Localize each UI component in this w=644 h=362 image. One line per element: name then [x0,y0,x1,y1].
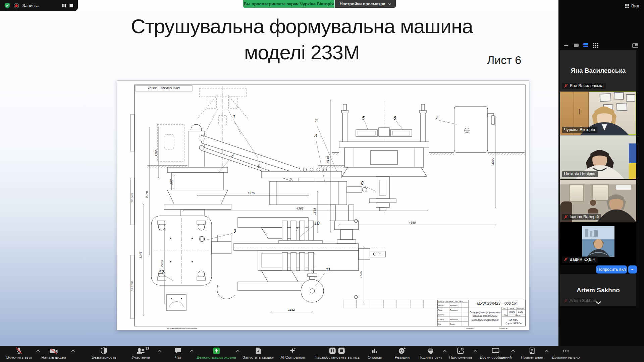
svg-text:Масштаб: Масштаб [517,307,524,309]
gallery-view-icon[interactable] [583,43,589,48]
svg-text:1568: 1568 [313,208,316,215]
svg-text:Лист: Лист [504,314,508,316]
record-icon [14,3,19,8]
svg-text:5: 5 [362,115,365,121]
toolbar-participants[interactable]: 13 Участники [132,347,150,359]
view-layout-button[interactable]: Вид [625,2,639,10]
svg-text:Изм Лист № докум. Подп. Да: Изм Лист № докум. Подп. Дата [438,300,463,302]
toolbar-unmute[interactable]: Включить звук [6,347,32,359]
window [569,184,584,202]
toolbar-raise-hand[interactable]: Поднять руку [418,347,442,359]
participant-tile-kudin[interactable]: Вадим КУДІН [560,223,636,265]
svg-text:3145: 3145 [139,251,142,259]
svg-text:1182: 1182 [288,308,295,311]
small-control-box [167,295,186,311]
svg-text:Маса: Маса [510,307,514,309]
chevron-up-icon[interactable] [443,350,446,352]
participant-tile-churkina[interactable]: Чуркіна Вікторія [560,92,636,135]
scroll-participants-down[interactable] [594,300,603,305]
chevron-up-icon[interactable] [71,350,75,352]
toolbar-reactions[interactable]: Реакции [395,347,410,359]
toolbar-share-screen[interactable]: Демонстрация экрана [197,347,236,359]
chevron-up-icon[interactable] [158,350,161,352]
side-stamp-label: Подп. и дата [131,193,133,203]
participant-tile-yana[interactable]: Яна Василевська Яна Василевська [560,50,636,91]
minimize-panel-icon[interactable] [564,43,569,48]
svg-text:Н.контр.: Н.контр. [438,318,444,320]
chevron-up-icon[interactable] [511,350,515,352]
chevron-down-icon [388,3,391,5]
chevron-up-icon[interactable] [545,350,548,352]
toolbar-ai-companion[interactable]: AI Companion [281,347,305,359]
svg-text:4: 4 [231,154,234,159]
svg-text:Формат А1: Формат А1 [499,327,508,329]
meeting-toolbar: Включить звук Начать видео Безопасность [0,346,644,362]
ask-to-unmute-button[interactable]: Попросить вкл [596,265,627,274]
whiteboard-icon [492,348,500,354]
chevron-down-icon [595,301,601,304]
zoom-app-window: Струшувальна формувальна машина моделі 2… [0,0,644,362]
reactions-smiley-icon [398,347,406,354]
stamp-scale: 1:20 [518,310,523,313]
participant-label: Яна Василевська [562,83,606,89]
participant-tile-tsyvirko[interactable]: Наталія Цивірко [560,135,636,179]
chevron-up-icon[interactable] [190,350,194,352]
toolbar-pause-stop-recording[interactable]: Пауза/остановить запись [315,347,360,359]
svg-text:Разраб.: Разраб. [438,304,444,306]
svg-text:1915: 1915 [248,191,255,195]
participant-label: Вадим КУДІН [562,256,598,263]
wall-frame [599,93,611,102]
svg-text:4145: 4145 [326,156,329,163]
svg-text:4680: 4680 [409,221,416,224]
avatar [582,226,614,257]
toolbar-polls[interactable]: Опросы [368,347,382,359]
svg-text:2270: 2270 [145,191,149,199]
speaker-view-icon[interactable] [573,43,579,48]
toolbar-more[interactable]: Дополнительно [552,347,580,359]
toolbar-apps[interactable]: Приложения [449,347,472,359]
svg-text:8: 8 [361,180,364,186]
participants-panel: Яна Василевська Яна Василевська [558,0,644,346]
polls-icon [371,348,378,354]
raise-hand-icon [427,347,433,354]
grid-view-icon[interactable] [593,43,599,48]
toolbar-notes[interactable]: Примечания [521,347,543,359]
toolbar-start-video[interactable]: Начать видео [41,347,66,359]
chevron-up-icon[interactable] [474,350,477,352]
more-options-button[interactable]: ··· [628,265,637,274]
mic-off-icon [564,299,568,303]
toolbar-security[interactable]: Безопасность [92,347,116,359]
air-conditioner [616,185,631,190]
svg-text:9: 9 [233,228,236,234]
view-settings-button[interactable]: Настройки просмотра [335,0,396,8]
participant-tile-ivanov[interactable]: Іванов Валерій [560,180,636,222]
svg-text:297: 297 [169,179,173,185]
toolbar-chat[interactable]: Чат [174,347,182,359]
svg-text:7: 7 [435,116,438,121]
chevron-up-icon[interactable] [236,350,239,352]
corner-stamp-text: МУЗП26И423 – 006 СК [147,86,180,90]
svg-text:3300: 3300 [491,158,494,165]
svg-text:3: 3 [314,133,317,138]
stop-recording-icon[interactable] [69,4,73,7]
pause-recording-icon[interactable] [62,3,66,8]
participant-label: Іванов Валерій [562,214,601,220]
participant-label: Чуркіна Вікторія [562,127,597,133]
apps-icon [457,347,464,354]
view-button-label: Вид [631,3,639,8]
svg-text:1: 1 [233,114,235,119]
chevron-up-icon[interactable] [36,350,40,352]
popout-panel-icon[interactable] [632,43,638,48]
svg-text:Копировал: Копировал [466,327,474,329]
footer-note: Не для коммерческого использования [167,327,197,329]
toolbar-start-summary[interactable]: Запустить сводку [243,347,274,359]
toolbar-whiteboards[interactable]: Доски сообщений [480,347,512,359]
participant-label: Artem Sakhno [562,298,598,304]
svg-text:Складальне креслення: Складальне креслення [472,318,498,321]
mic-off-icon [564,215,568,219]
participant-tile-sakhno[interactable]: Artem Sakhno Artem Sakhno [560,274,636,306]
mic-off-icon [564,257,568,261]
svg-text:Листів: Листів [516,314,521,316]
ceiling [560,180,636,184]
summary-doc-icon [255,347,262,354]
